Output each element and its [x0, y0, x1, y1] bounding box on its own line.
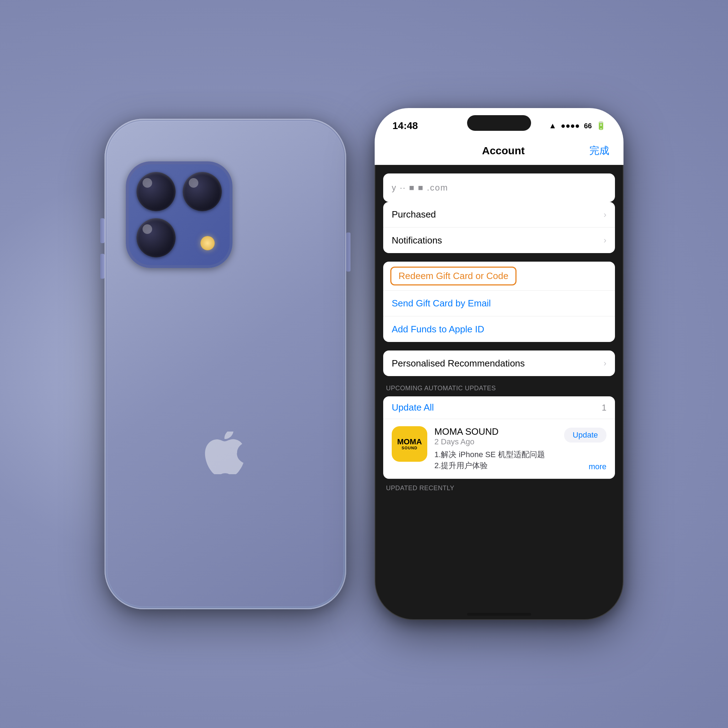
- update-all-label: Update All: [392, 402, 602, 413]
- camera-lens-bottom-left: [136, 218, 176, 257]
- camera-lens-top-left: [136, 172, 176, 211]
- updates-section: UPCOMING AUTOMATIC UPDATES Update All 1: [383, 385, 615, 495]
- page-title: Account: [418, 145, 589, 157]
- personalised-row[interactable]: Personalised Recommendations ›: [383, 350, 615, 376]
- status-icons: ▲ ●●●● 66 🔋: [549, 121, 606, 130]
- battery-level: 66: [584, 122, 592, 130]
- scene: 14:48 ▲ ●●●● 66 🔋 Account 完成 y ··: [26, 26, 702, 702]
- camera-module: [126, 161, 232, 268]
- personalised-label: Personalised Recommendations: [392, 358, 604, 369]
- send-gift-card-label: Send Gift Card by Email: [392, 298, 606, 309]
- notifications-chevron-icon: ›: [604, 236, 606, 245]
- redeem-label: Redeem Gift Card or Code: [399, 271, 508, 281]
- dynamic-island: [467, 115, 531, 131]
- volume-up-button: [100, 218, 104, 243]
- app-date: 2 Days Ago: [434, 437, 557, 447]
- account-menu-card: Purchased › Notifications ›: [383, 202, 615, 253]
- account-email: y ·· ■ ■ .com: [392, 183, 448, 193]
- power-button: [346, 232, 350, 272]
- update-button[interactable]: Update: [564, 428, 606, 442]
- account-email-row[interactable]: y ·· ■ ■ .com: [383, 173, 615, 202]
- purchased-chevron-icon: ›: [604, 210, 606, 220]
- update-count: 1: [602, 403, 606, 413]
- scroll-content: y ·· ■ ■ .com Purchased › Notifications …: [375, 165, 624, 620]
- camera-flash: [200, 236, 215, 250]
- more-link[interactable]: more: [589, 454, 606, 471]
- volume-down-button: [100, 254, 104, 279]
- app-logo-sub: SOUND: [402, 446, 418, 450]
- wifi-icon: ▲: [549, 121, 557, 130]
- iphone-back-device: [104, 119, 346, 609]
- app-icon: MOMA SOUND: [392, 426, 427, 462]
- app-actions: Update more: [564, 426, 606, 471]
- redeem-box: Redeem Gift Card or Code: [390, 267, 517, 286]
- add-funds-label: Add Funds to Apple ID: [392, 324, 606, 335]
- iphone-front-device: 14:48 ▲ ●●●● 66 🔋 Account 完成 y ··: [375, 108, 624, 620]
- app-icon-inner: MOMA SOUND: [392, 426, 427, 462]
- purchased-row[interactable]: Purchased ›: [383, 202, 615, 228]
- app-update-row: MOMA SOUND MOMA SOUND 2 Days Ago 1.解决 iP…: [383, 419, 615, 479]
- purchased-label: Purchased: [392, 209, 604, 220]
- done-button[interactable]: 完成: [589, 144, 609, 158]
- status-time: 14:48: [392, 120, 418, 132]
- notifications-label: Notifications: [392, 235, 604, 246]
- notifications-row[interactable]: Notifications ›: [383, 228, 615, 253]
- apple-logo-icon: [204, 431, 247, 474]
- recently-header: UPDATED RECENTLY: [383, 479, 615, 495]
- app-note-1: 1.解决 iPhone SE 机型适配问题: [434, 449, 557, 460]
- app-note-2: 2.提升用户体验: [434, 460, 557, 471]
- home-indicator: [467, 613, 531, 616]
- app-logo-text: MOMA: [397, 438, 422, 446]
- gift-card-section: Redeem Gift Card or Code Send Gift Card …: [383, 262, 615, 342]
- app-notes: 1.解决 iPhone SE 机型适配问题 2.提升用户体验: [434, 449, 557, 471]
- redeem-row[interactable]: Redeem Gift Card or Code: [383, 262, 615, 291]
- updates-card: Update All 1 MOMA SOUND: [383, 396, 615, 479]
- add-funds-row[interactable]: Add Funds to Apple ID: [383, 317, 615, 342]
- signal-icon: ●●●●: [561, 121, 580, 130]
- update-all-row[interactable]: Update All 1: [383, 396, 615, 419]
- updates-section-header: UPCOMING AUTOMATIC UPDATES: [383, 385, 615, 392]
- app-name: MOMA SOUND: [434, 426, 557, 437]
- nav-bar: Account 完成: [375, 136, 624, 165]
- personalised-chevron-icon: ›: [604, 358, 606, 368]
- camera-lens-top-right: [183, 172, 222, 211]
- status-bar: 14:48 ▲ ●●●● 66 🔋: [375, 108, 624, 136]
- app-info: MOMA SOUND 2 Days Ago 1.解决 iPhone SE 机型适…: [434, 426, 557, 471]
- send-gift-card-row[interactable]: Send Gift Card by Email: [383, 291, 615, 317]
- battery-icon: 🔋: [596, 121, 606, 130]
- iphone-screen: 14:48 ▲ ●●●● 66 🔋 Account 完成 y ··: [375, 108, 624, 620]
